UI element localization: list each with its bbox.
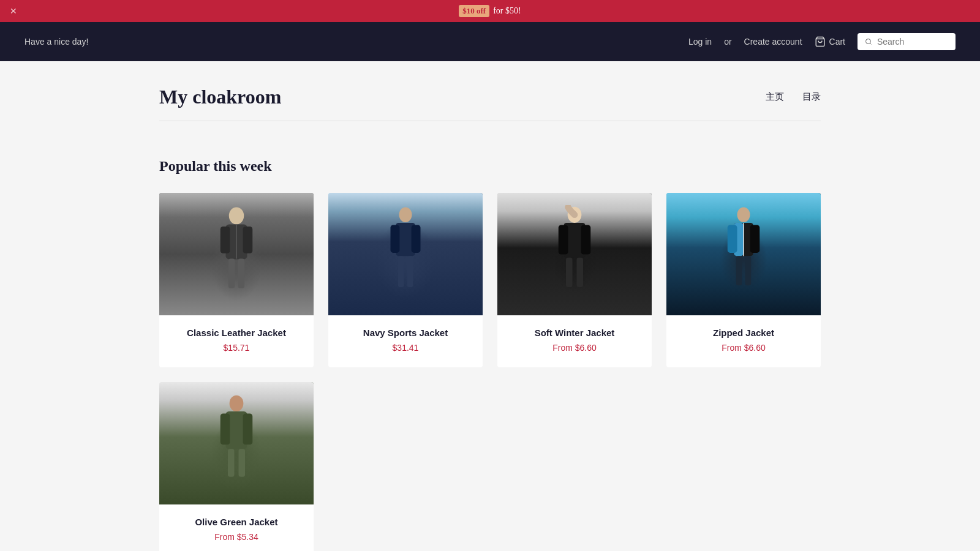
main-content: My cloakroom 主页 目录 Popular this week	[123, 61, 858, 551]
product-name-navy-sports: Navy Sports Jacket	[338, 328, 473, 338]
navbar-greeting: Have a nice day!	[24, 37, 88, 47]
svg-point-10	[399, 208, 412, 223]
create-account-link[interactable]: Create account	[744, 37, 802, 47]
announcement-text: for $50!	[493, 6, 521, 16]
cart-link[interactable]: Cart	[815, 36, 845, 47]
svg-rect-15	[407, 256, 413, 287]
svg-rect-28	[736, 256, 742, 285]
product-figure-zipped	[719, 205, 768, 291]
product-image-classic-leather	[159, 193, 314, 315]
product-grid-row2: Olive Green Jacket From $5.34	[159, 382, 821, 551]
svg-rect-14	[398, 256, 404, 287]
svg-rect-18	[559, 225, 568, 254]
svg-rect-21	[577, 258, 584, 287]
store-title: My cloakroom	[159, 86, 281, 108]
search-box[interactable]	[858, 33, 956, 50]
or-separator: or	[724, 37, 731, 47]
product-name-soft-winter: Soft Winter Jacket	[507, 328, 642, 338]
product-price-soft-winter: From $6.60	[507, 343, 642, 353]
svg-rect-32	[221, 414, 230, 445]
svg-point-22	[737, 208, 750, 223]
svg-point-1	[865, 39, 870, 44]
product-info-olive-green: Olive Green Jacket From $5.34	[159, 504, 314, 551]
product-price-classic-leather: $15.71	[169, 343, 304, 353]
product-figure-soft-winter	[550, 205, 599, 291]
store-nav: 主页 目录	[766, 91, 821, 103]
close-announcement-button[interactable]: ✕	[10, 6, 17, 17]
product-card-zipped[interactable]: Zipped Jacket From $6.60	[666, 193, 821, 367]
login-link[interactable]: Log in	[688, 37, 712, 47]
cart-label: Cart	[829, 37, 845, 47]
product-card-navy-sports[interactable]: Navy Sports Jacket $31.41	[328, 193, 483, 367]
product-image-soft-winter	[497, 193, 652, 315]
svg-rect-6	[243, 227, 253, 253]
svg-rect-19	[581, 225, 591, 254]
search-icon	[865, 37, 872, 46]
svg-rect-33	[243, 414, 253, 445]
svg-rect-26	[750, 225, 760, 253]
product-price-navy-sports: $31.41	[338, 343, 473, 353]
product-card-soft-winter[interactable]: Soft Winter Jacket From $6.60	[497, 193, 652, 367]
svg-rect-9	[238, 259, 245, 288]
product-name-olive-green: Olive Green Jacket	[169, 517, 304, 527]
announcement-bar: ✕ $10 off for $50!	[0, 0, 980, 22]
svg-rect-34	[228, 449, 235, 477]
discount-badge: $10 off	[459, 5, 489, 17]
svg-rect-29	[745, 256, 752, 285]
product-card-olive-green[interactable]: Olive Green Jacket From $5.34	[159, 382, 314, 551]
svg-point-3	[229, 208, 244, 225]
product-info-soft-winter: Soft Winter Jacket From $6.60	[497, 315, 652, 367]
svg-rect-12	[391, 225, 400, 253]
store-header: My cloakroom 主页 目录	[159, 86, 821, 121]
svg-rect-8	[228, 259, 235, 288]
product-figure-olive-green	[212, 394, 261, 480]
nav-home[interactable]: 主页	[766, 91, 784, 103]
product-figure-navy-sports	[381, 205, 430, 291]
svg-rect-13	[412, 225, 421, 253]
navbar: Have a nice day! Log in or Create accoun…	[0, 22, 980, 61]
product-name-classic-leather: Classic Leather Jacket	[169, 328, 304, 338]
svg-line-2	[870, 43, 871, 44]
product-image-navy-sports	[328, 193, 483, 315]
svg-rect-25	[728, 225, 737, 253]
svg-rect-20	[566, 258, 573, 287]
popular-section-title: Popular this week	[159, 158, 821, 174]
navbar-right: Log in or Create account Cart	[688, 33, 956, 50]
svg-rect-35	[239, 449, 246, 477]
svg-rect-5	[221, 227, 230, 253]
product-name-zipped: Zipped Jacket	[676, 328, 811, 338]
cart-icon	[815, 36, 826, 47]
product-info-classic-leather: Classic Leather Jacket $15.71	[159, 315, 314, 367]
product-image-zipped	[666, 193, 821, 315]
product-figure-classic-leather	[212, 205, 261, 291]
product-grid-row1: Classic Leather Jacket $15.71 Navy Sport…	[159, 193, 821, 367]
svg-point-30	[230, 395, 244, 411]
product-image-olive-green	[159, 382, 314, 504]
product-info-zipped: Zipped Jacket From $6.60	[666, 315, 821, 367]
product-info-navy-sports: Navy Sports Jacket $31.41	[328, 315, 483, 367]
product-card-classic-leather[interactable]: Classic Leather Jacket $15.71	[159, 193, 314, 367]
nav-catalog[interactable]: 目录	[802, 91, 821, 103]
product-price-zipped: From $6.60	[676, 343, 811, 353]
search-input[interactable]	[877, 37, 948, 47]
product-price-olive-green: From $5.34	[169, 532, 304, 542]
